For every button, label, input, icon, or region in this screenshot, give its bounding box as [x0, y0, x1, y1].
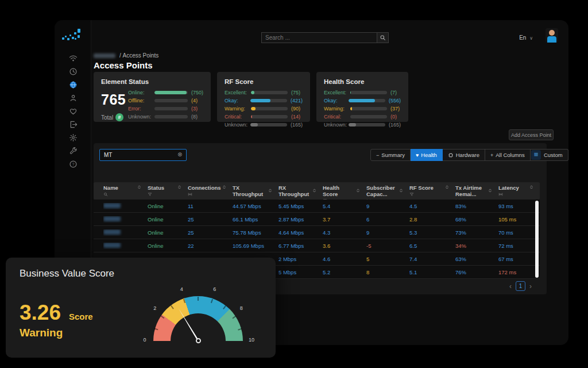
funnel-icon[interactable]: [409, 191, 414, 198]
table-cell: 4.6: [323, 256, 366, 262]
redacted-name[interactable]: [103, 216, 121, 221]
language-selector[interactable]: En ∨: [519, 34, 533, 41]
column-label: Subscriber Capac...: [366, 185, 399, 197]
search-button[interactable]: [377, 32, 389, 43]
prev-page-button[interactable]: ‹: [509, 282, 512, 290]
table-cell: Online: [148, 243, 188, 249]
sort-icon[interactable]: [312, 188, 317, 194]
sidebar-item-health[interactable]: [55, 105, 91, 118]
sort-icon[interactable]: [222, 185, 227, 191]
legend-label: Unknown:: [324, 122, 349, 128]
cell-name[interactable]: [103, 203, 148, 209]
search-icon: [380, 33, 386, 43]
rf-score-card: RF Score Excellent:(75)Okay:(421)Warning…: [217, 72, 310, 122]
sidebar-item-wifi[interactable]: [55, 52, 91, 65]
table-scrollbar[interactable]: [535, 201, 539, 278]
global-search-input[interactable]: [261, 32, 377, 43]
table-cell: 66.1 Mbps: [233, 216, 278, 223]
add-access-point-button[interactable]: Add Access Point: [509, 129, 554, 140]
table-cell: 68%: [455, 216, 498, 223]
table-cell: 9: [366, 229, 409, 236]
legend-bar: [349, 123, 385, 126]
table-filter-input[interactable]: [99, 149, 187, 161]
sidebar-item-tools[interactable]: [55, 144, 91, 158]
user-avatar[interactable]: [546, 28, 558, 43]
clients-icon: [69, 94, 78, 102]
tab-hardware[interactable]: Hardware: [443, 149, 485, 161]
funnel-icon[interactable]: [148, 191, 152, 198]
legend-bar: [250, 123, 287, 126]
column-label: Tx Airtime Remai...: [455, 185, 488, 197]
card-title: RF Score: [225, 78, 303, 85]
legend-label: Okay:: [324, 98, 349, 103]
cell-name[interactable]: [103, 229, 148, 236]
legend-count: (4): [191, 98, 198, 103]
table-cell: 6: [366, 216, 409, 223]
sort-icon[interactable]: [529, 185, 534, 191]
sidebar-item-logout[interactable]: [55, 118, 91, 131]
table-cell: 4.3: [323, 229, 366, 236]
breadcrumb-root-redacted[interactable]: [94, 53, 115, 58]
sort-icon[interactable]: [399, 188, 404, 194]
search-icon[interactable]: [103, 191, 108, 198]
legend-row: Okay:(556): [324, 98, 401, 103]
legend-row: Okay:(421): [225, 98, 303, 103]
sort-icon[interactable]: [444, 185, 450, 191]
clear-filter-icon[interactable]: ⊗: [177, 151, 182, 158]
table-row: Online1144.57 Mbps5.45 Mbps5.494.583%93 …: [94, 200, 540, 213]
column-label: Status: [148, 185, 164, 191]
redacted-name[interactable]: [103, 203, 121, 208]
sort-icon[interactable]: [177, 185, 182, 191]
sidebar-item-settings[interactable]: [55, 131, 91, 144]
health-score-card: Health Score Excellent:(7)Okay:(556)Warn…: [316, 72, 408, 122]
legend-row: Warning:(37): [324, 106, 401, 112]
table-row: Online2566.1 Mbps2.87 Mbps3.762.868%105 …: [94, 213, 540, 226]
legend-count: (556): [389, 98, 401, 103]
gauge-tick-mark: [198, 297, 199, 301]
tab-all-columns[interactable]: +All Columns: [485, 149, 531, 161]
table-cell: 2 Mbps: [278, 256, 323, 262]
table-cell: 72 ms: [498, 243, 540, 249]
sort-icon[interactable]: [268, 188, 273, 194]
legend-label: Critical:: [225, 114, 251, 120]
table-cell: 2.8: [409, 216, 455, 223]
table-cell: 105.69 Mbps: [233, 243, 278, 249]
cell-name[interactable]: [103, 243, 148, 249]
redacted-name[interactable]: [103, 229, 121, 235]
sidebar-item-monitoring[interactable]: [55, 65, 91, 78]
sort-icon[interactable]: [488, 188, 493, 194]
table-cell: 6.5: [409, 243, 455, 249]
next-page-button[interactable]: ›: [529, 282, 532, 290]
gauge-tick-label: 10: [249, 337, 254, 343]
sidebar-item-network[interactable]: [55, 78, 91, 91]
legend-count: (7): [390, 90, 397, 95]
tab-health[interactable]: ♥Health: [411, 149, 443, 161]
table-cell: 7.4: [409, 256, 455, 262]
table-menu-button[interactable]: ≡: [531, 150, 541, 160]
legend-count: (8): [191, 114, 198, 120]
redacted-name[interactable]: [103, 243, 121, 248]
legend-label: Excellent:: [324, 90, 350, 95]
tab-summary[interactable]: −Summary: [370, 149, 411, 161]
cell-name[interactable]: [103, 216, 148, 223]
heart-outline-icon: [69, 107, 78, 116]
legend-bar: [250, 99, 287, 102]
topbar: En ∨: [91, 20, 568, 45]
sidebar-item-clients[interactable]: [55, 91, 91, 105]
table-cell: 2.87 Mbps: [278, 216, 323, 223]
wifi-icon: [69, 54, 78, 63]
sort-icon[interactable]: [355, 188, 361, 194]
hamburger-icon: ≡: [534, 150, 539, 159]
app-logo[interactable]: [62, 28, 84, 44]
page-number[interactable]: 1: [516, 281, 525, 291]
legend-row: Offline:(4): [128, 98, 203, 103]
range-icon[interactable]: [498, 191, 503, 198]
table-cell: 3.7: [323, 216, 366, 223]
business-value-score-card: Business Value Score 3.26 Score Warning …: [6, 258, 276, 358]
sort-icon[interactable]: [137, 185, 142, 191]
range-icon[interactable]: [188, 191, 192, 198]
table-cell: 5.3: [409, 229, 455, 236]
tab-label: All Columns: [496, 152, 525, 158]
sidebar-item-help[interactable]: ?: [55, 158, 91, 171]
legend-row: Unknown:(165): [225, 122, 303, 128]
